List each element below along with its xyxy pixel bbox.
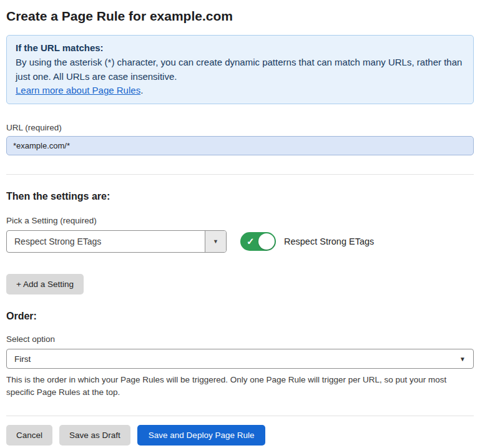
url-match-info-box: If the URL matches: By using the asteris…	[6, 35, 474, 104]
create-page-rule-form: Create a Page Rule for example.com If th…	[0, 0, 480, 448]
check-icon: ✓	[247, 236, 255, 246]
setting-select-value: Respect Strong ETags	[7, 231, 109, 252]
cancel-button[interactable]: Cancel	[6, 425, 52, 446]
setting-toggle[interactable]: ✓	[240, 232, 276, 251]
info-box-heading: If the URL matches:	[16, 41, 464, 56]
setting-select[interactable]: Respect Strong ETags ▼	[6, 230, 227, 253]
divider	[6, 174, 474, 175]
add-setting-button[interactable]: + Add a Setting	[6, 274, 84, 295]
info-box-body: By using the asterisk (*) character, you…	[16, 56, 464, 84]
setting-select-dropdown-button[interactable]: ▼	[205, 231, 226, 252]
footer-actions: Cancel Save as Draft Save and Deploy Pag…	[6, 425, 474, 446]
order-select-value: First	[14, 354, 31, 364]
order-select-label: Select option	[6, 334, 474, 344]
link-period: .	[140, 85, 143, 95]
order-select[interactable]: First ▼	[6, 349, 474, 369]
settings-heading: Then the settings are:	[6, 191, 474, 202]
chevron-down-icon: ▼	[459, 356, 466, 363]
page-title: Create a Page Rule for example.com	[6, 9, 474, 24]
toggle-knob	[258, 233, 275, 250]
order-heading: Order:	[6, 311, 474, 322]
url-label: URL (required)	[6, 123, 474, 132]
chevron-down-icon: ▼	[213, 238, 218, 245]
toggle-label: Respect Strong ETags	[284, 236, 374, 246]
learn-more-link[interactable]: Learn more about Page Rules	[16, 85, 140, 95]
order-help-text: This is the order in which your Page Rul…	[6, 374, 474, 399]
url-input[interactable]	[6, 136, 474, 155]
info-box-link-line: Learn more about Page Rules.	[16, 84, 464, 98]
setting-row: Respect Strong ETags ▼ ✓ Respect Strong …	[6, 230, 474, 253]
pick-setting-label: Pick a Setting (required)	[6, 216, 474, 225]
save-draft-button[interactable]: Save as Draft	[59, 425, 130, 446]
save-deploy-button[interactable]: Save and Deploy Page Rule	[137, 425, 266, 446]
divider	[6, 416, 474, 416]
